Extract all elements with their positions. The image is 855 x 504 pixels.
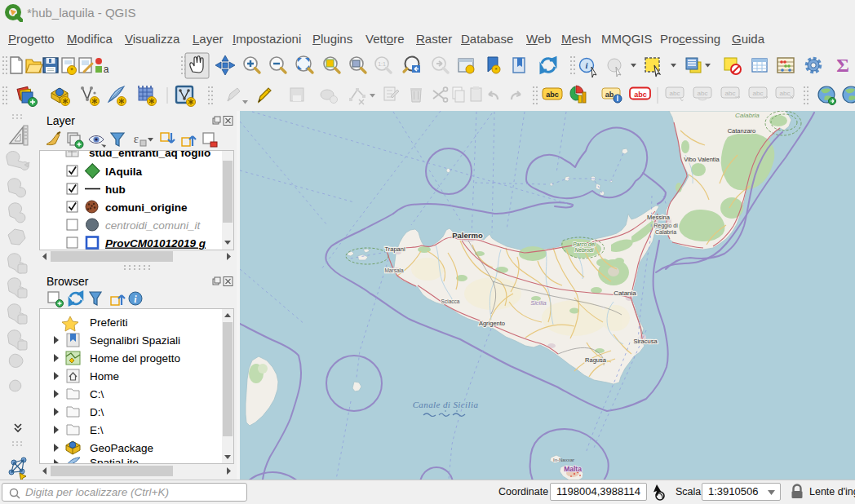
svg-text:Sicilia: Sicilia [530,299,547,307]
svg-text:Ragusa: Ragusa [585,356,607,364]
svg-text:Agrigento: Agrigento [479,320,505,327]
svg-text:Home: Home [90,370,119,382]
svg-text:Siracusa: Siracusa [633,338,658,345]
svg-text:Vibo Valentia: Vibo Valentia [684,156,720,163]
svg-text:Sciacca: Sciacca [441,298,460,304]
svg-text:Calabria: Calabria [655,229,676,235]
svg-text:In-Naxxar: In-Naxxar [553,458,574,462]
svg-text:C:\: C:\ [90,388,104,400]
svg-text:*: * [70,66,73,74]
svg-text:centroidi_comuni_it: centroidi_comuni_it [105,219,202,232]
svg-text:ab: ab [605,91,614,99]
svg-text:hub: hub [105,183,126,196]
svg-text:Malta: Malta [564,465,582,473]
svg-text:Parco dei: Parco dei [573,241,596,247]
svg-text:abc: abc [634,91,647,99]
svg-text:1:1: 1:1 [378,61,386,67]
svg-text:Nebrodi: Nebrodi [575,247,594,253]
svg-text:Calabria: Calabria [735,112,760,119]
svg-text:abc: abc [546,91,559,99]
svg-text:Segnalibri Spaziali: Segnalibri Spaziali [90,334,180,347]
svg-text:Catanzaro: Catanzaro [728,127,756,135]
svg-text:Marsala: Marsala [384,267,404,273]
svg-text:Palermo: Palermo [452,231,483,240]
svg-text:stud_entranti_aq foglio: stud_entranti_aq foglio [89,151,210,159]
svg-text:Σ: Σ [836,55,849,76]
svg-text:ε: ε [134,132,139,145]
svg-text:Messina: Messina [647,214,671,221]
svg-text:Home del progetto: Home del progetto [90,352,180,365]
svg-text:Catania: Catania [614,290,636,297]
svg-text:Reggio di: Reggio di [653,223,678,229]
svg-text:GeoPackage: GeoPackage [90,442,153,454]
svg-text:*: * [494,66,497,73]
svg-text:SpatiaLite: SpatiaLite [90,457,139,463]
svg-text:Trapani: Trapani [384,245,405,253]
svg-text:comuni_origine: comuni_origine [105,201,188,214]
svg-text:a: a [104,64,109,75]
svg-text:E:\: E:\ [90,424,104,436]
svg-text:lAquila: lAquila [105,166,142,178]
svg-text:ProvCM01012019 g: ProvCM01012019 g [105,237,206,250]
svg-text:Canale di Sicilia: Canale di Sicilia [413,400,479,409]
svg-text:Preferiti: Preferiti [90,316,128,329]
svg-text:D:\: D:\ [90,406,104,418]
